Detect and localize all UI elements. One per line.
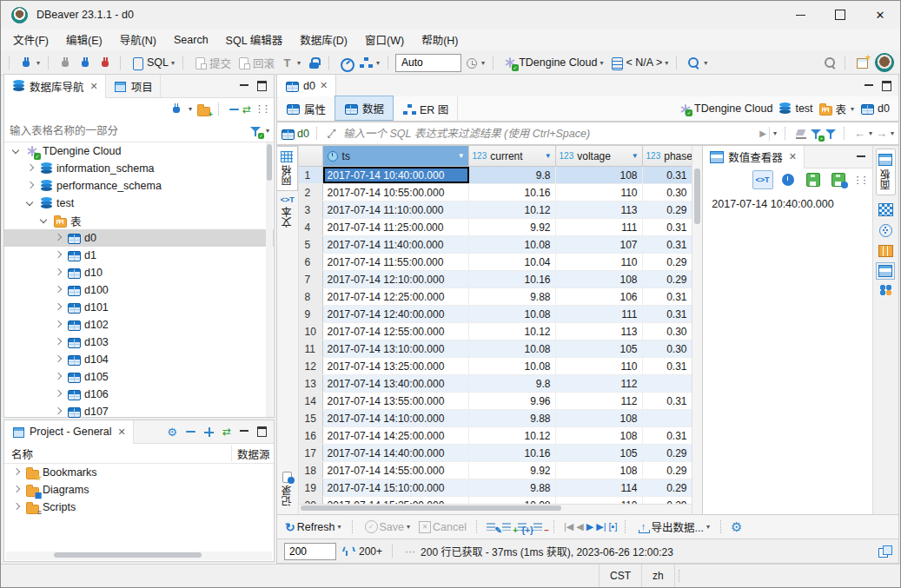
cell-voltage[interactable]: 110: [556, 184, 643, 201]
row-number-cell[interactable]: 11: [299, 340, 323, 357]
cell-voltage[interactable]: 105: [556, 445, 643, 461]
lock-button[interactable]: [304, 54, 324, 72]
table-row[interactable]: 192017-07-14 15:10:00.0009.881140.29: [299, 479, 692, 497]
filter-settings-icon[interactable]: [825, 128, 837, 140]
cell-current[interactable]: 9.92: [469, 219, 556, 235]
row-number-cell[interactable]: 15: [299, 410, 323, 426]
new-connection-icon[interactable]: [169, 102, 184, 116]
cell-voltage[interactable]: 106: [556, 288, 643, 305]
close-tab-icon[interactable]: ✕: [789, 151, 797, 162]
chevron-down-icon[interactable]: ▾: [890, 129, 895, 137]
row-number-cell[interactable]: 16: [299, 427, 323, 444]
cell-voltage[interactable]: 108: [556, 462, 643, 479]
tree-item-performance_schema[interactable]: performance_schema: [4, 177, 274, 195]
menu-item-6[interactable]: 窗口(W): [356, 29, 413, 50]
gear-icon[interactable]: ⚙: [731, 520, 742, 533]
cell-ts[interactable]: 2017-07-14 11:25:00.000: [323, 219, 469, 235]
cell-ts[interactable]: 2017-07-14 12:10:00.000: [323, 271, 469, 287]
view-menu-icon[interactable]: ⋮⋮: [255, 104, 268, 114]
row-number-cell[interactable]: 8: [299, 288, 323, 305]
cell-phase[interactable]: 0.31: [643, 167, 692, 183]
gear-icon[interactable]: ⚙: [167, 426, 177, 438]
cell-current[interactable]: 10.16: [469, 184, 556, 201]
row-number-cell[interactable]: 7: [299, 271, 323, 287]
cell-current[interactable]: 10.04: [469, 254, 556, 270]
cell-voltage[interactable]: 114: [556, 479, 643, 496]
table-row[interactable]: 132017-07-14 13:40:00.0009.8112: [299, 375, 692, 393]
row-number-cell[interactable]: 5: [299, 236, 323, 253]
copy-advanced-icon[interactable]: [878, 545, 891, 558]
minimap-panel-icon[interactable]: [878, 203, 893, 216]
first-row-icon[interactable]: |◀: [564, 522, 573, 532]
cell-phase[interactable]: 0.31: [643, 306, 692, 322]
save-filter-icon[interactable]: +: [810, 128, 822, 140]
history-button[interactable]: ▾: [461, 54, 488, 72]
chevron-down-icon[interactable]: ▾: [265, 127, 270, 135]
expand-icon[interactable]: [51, 232, 63, 244]
tree-item-d1[interactable]: d1: [4, 247, 274, 264]
cell-ts[interactable]: 2017-07-14 13:40:00.000: [323, 375, 469, 392]
collapse-icon[interactable]: [37, 215, 50, 227]
table-row[interactable]: 162017-07-14 14:25:00.00010.121080.31: [299, 427, 692, 445]
panel-minimize-icon[interactable]: [857, 153, 865, 157]
cell-ts[interactable]: 2017-07-14 14:10:00.000: [323, 410, 469, 426]
left-hscrollbar[interactable]: [6, 552, 272, 560]
cell-current[interactable]: 10.12: [469, 202, 556, 218]
tree-item-d102[interactable]: d102: [4, 316, 274, 334]
panel-minimize-icon[interactable]: [240, 82, 248, 86]
expand-filter-icon[interactable]: [327, 128, 339, 140]
cell-voltage[interactable]: 111: [556, 219, 643, 235]
tab-data[interactable]: 数据: [335, 96, 394, 121]
cell-ts[interactable]: 2017-07-14 14:55:00.000: [323, 462, 469, 479]
row-number-cell[interactable]: 4: [299, 219, 323, 235]
datetime-view-button[interactable]: [778, 170, 798, 189]
cell-phase[interactable]: 0.29: [643, 254, 692, 270]
cell-phase[interactable]: 0.29: [643, 445, 692, 461]
active-connection-combo[interactable]: ✓TDengine Cloud▾: [500, 54, 606, 71]
collapse-icon[interactable]: [23, 197, 36, 209]
menu-item-0[interactable]: 文件(F): [4, 29, 57, 50]
editor-maximize-icon[interactable]: [882, 81, 891, 91]
expand-icon[interactable]: [51, 388, 63, 400]
expand-icon[interactable]: [51, 371, 63, 383]
cell-current[interactable]: 9.88: [469, 410, 556, 426]
cell-current[interactable]: 10.08: [469, 358, 556, 374]
tree-item-表[interactable]: 表: [4, 212, 274, 229]
column-name-header[interactable]: 名称: [4, 446, 231, 462]
add-row-icon[interactable]: +: [502, 521, 515, 532]
sort-indicator-icon[interactable]: ▼: [632, 152, 639, 160]
cell-phase[interactable]: [643, 410, 692, 426]
expand-icon[interactable]: [51, 353, 63, 366]
table-row[interactable]: 172017-07-14 14:40:00.00010.161050.29: [299, 445, 692, 462]
row-number-cell[interactable]: 6: [299, 254, 323, 270]
cell-ts[interactable]: 2017-07-14 14:40:00.000: [323, 445, 469, 461]
network-button[interactable]: ▾: [356, 54, 383, 72]
expand-icon[interactable]: [51, 406, 63, 418]
cell-voltage[interactable]: 110: [556, 358, 643, 374]
tab-panels[interactable]: 面板: [876, 149, 896, 195]
column-header-phase[interactable]: 123 phase: [643, 146, 692, 166]
table-row[interactable]: 152017-07-14 14:10:00.0009.88108: [299, 410, 692, 427]
fetch-next-segment-icon[interactable]: [341, 545, 354, 558]
row-number-cell[interactable]: 12: [299, 358, 323, 374]
cell-current[interactable]: 9.8: [469, 167, 556, 183]
navigator-scrollbar[interactable]: [266, 142, 273, 417]
row-number-cell[interactable]: 9: [299, 306, 323, 322]
editor-tab-d0[interactable]: d0 ✕: [277, 75, 336, 96]
tree-item-d101[interactable]: d101: [4, 299, 274, 316]
cell-voltage[interactable]: 108: [556, 167, 643, 183]
cell-phase[interactable]: [643, 375, 692, 392]
apply-filter-icon[interactable]: ▶: [759, 129, 766, 138]
calc-panel-icon[interactable]: [878, 245, 893, 257]
cell-phase[interactable]: 0.31: [643, 427, 692, 444]
cell-current[interactable]: 10.16: [469, 445, 556, 461]
project-item-Scripts[interactable]: ≡Scripts: [4, 499, 274, 516]
cell-voltage[interactable]: 111: [556, 306, 643, 322]
cell-voltage[interactable]: 107: [556, 236, 643, 253]
tree-item-d0[interactable]: d0: [4, 229, 274, 247]
next-row-icon[interactable]: ▶: [586, 522, 593, 532]
close-tab-icon[interactable]: ✕: [90, 81, 98, 92]
cell-current[interactable]: 10.12: [469, 323, 556, 340]
cell-phase[interactable]: 0.29: [643, 479, 692, 496]
cell-current[interactable]: 9.88: [469, 479, 556, 496]
